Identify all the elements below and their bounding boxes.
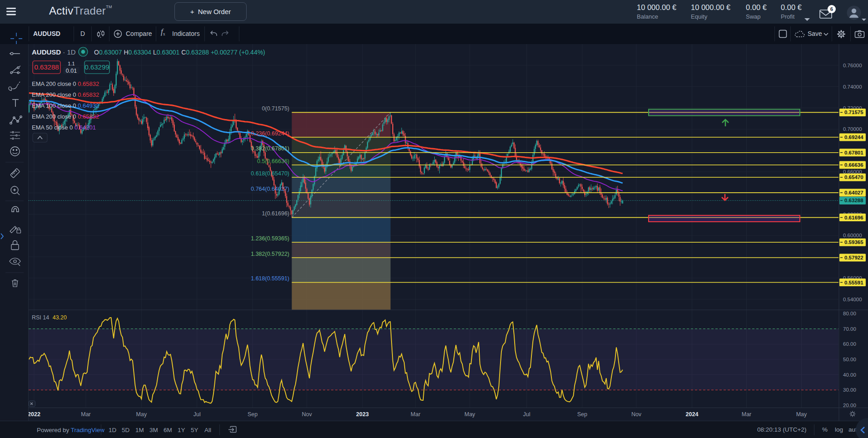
svg-text:Jul: Jul — [193, 411, 201, 418]
svg-text:1.236(0.59365): 1.236(0.59365) — [251, 235, 289, 242]
svg-text:80.00: 80.00 — [843, 311, 856, 316]
svg-text:0.70000: 0.70000 — [843, 126, 862, 132]
svg-text:0.61696: 0.61696 — [844, 215, 863, 220]
svg-text:0.236(0.69244): 0.236(0.69244) — [251, 130, 289, 137]
svg-text:1.618(0.55591): 1.618(0.55591) — [251, 275, 289, 282]
svg-text:0.59365: 0.59365 — [844, 239, 863, 245]
svg-text:0.01: 0.01 — [66, 68, 77, 74]
svg-text:0.618(0.65470): 0.618(0.65470) — [251, 170, 289, 177]
svg-text:Sep: Sep — [248, 411, 258, 418]
svg-text:EMA 200 close 0 0.65832: EMA 200 close 0 0.65832 — [32, 80, 99, 87]
svg-text:May: May — [136, 411, 147, 418]
svg-text:Mar: Mar — [411, 411, 421, 418]
svg-text:1.1: 1.1 — [68, 61, 74, 66]
svg-text:Nov: Nov — [631, 411, 642, 418]
svg-text:70.00: 70.00 — [843, 326, 856, 332]
svg-text:0.67801: 0.67801 — [844, 150, 863, 155]
svg-text:EMA 200 close 0 0.65832: EMA 200 close 0 0.65832 — [32, 113, 99, 120]
svg-text:0.66636: 0.66636 — [844, 162, 863, 168]
svg-text:0.54000: 0.54000 — [843, 297, 862, 302]
svg-text:0.63288: 0.63288 — [844, 198, 863, 203]
svg-text:0.382(0.67801): 0.382(0.67801) — [251, 145, 289, 152]
svg-text:0.60000: 0.60000 — [843, 233, 862, 238]
svg-text:0.55591: 0.55591 — [844, 280, 863, 285]
svg-text:2024: 2024 — [686, 411, 699, 418]
svg-text:May: May — [464, 411, 475, 418]
svg-text:EMA 50 close 0 0.64201: EMA 50 close 0 0.64201 — [32, 124, 96, 131]
svg-text:0.65470: 0.65470 — [844, 174, 863, 180]
svg-text:60.00: 60.00 — [843, 341, 856, 347]
svg-text:1(0.61696): 1(0.61696) — [262, 210, 289, 217]
svg-text:0.74000: 0.74000 — [843, 84, 862, 90]
svg-text:30.00: 30.00 — [843, 387, 856, 393]
svg-text:40.00: 40.00 — [843, 372, 856, 378]
svg-text:Sep: Sep — [577, 411, 587, 418]
svg-text:0.764(0.64027): 0.764(0.64027) — [251, 186, 289, 192]
svg-text:0.69244: 0.69244 — [844, 134, 863, 140]
svg-text:0(0.71575): 0(0.71575) — [262, 105, 289, 112]
svg-text:May: May — [796, 411, 807, 418]
svg-text:AUDUSD · 1D: AUDUSD · 1D — [32, 48, 76, 56]
svg-text:RSI 14 43.20: RSI 14 43.20 — [32, 314, 67, 321]
svg-text:0.5(0.66636): 0.5(0.66636) — [257, 158, 289, 164]
svg-text:50.00: 50.00 — [843, 357, 856, 362]
svg-text:0.64027: 0.64027 — [844, 190, 863, 195]
svg-text:0.63288: 0.63288 — [34, 63, 59, 71]
svg-text:2023: 2023 — [356, 411, 369, 418]
svg-text:2022: 2022 — [29, 411, 40, 418]
svg-text:Mar: Mar — [81, 411, 91, 418]
svg-text:0.76000: 0.76000 — [843, 63, 862, 68]
svg-text:Mar: Mar — [742, 411, 752, 418]
svg-text:20.00: 20.00 — [843, 403, 856, 408]
svg-text:Jul: Jul — [523, 411, 531, 418]
svg-text:EMA 200 close 0 0.65832: EMA 200 close 0 0.65832 — [32, 91, 99, 98]
svg-text:1.382(0.57922): 1.382(0.57922) — [251, 251, 289, 257]
svg-text:0.57922: 0.57922 — [844, 255, 863, 260]
svg-text:O0.63007 H0.63304 L0.63001 C0.: O0.63007 H0.63304 L0.63001 C0.63288 +0.0… — [94, 49, 265, 56]
svg-text:0.63299: 0.63299 — [84, 63, 109, 71]
svg-text:0.71575: 0.71575 — [844, 110, 863, 115]
svg-text:EMA 100 close 0 0.64932: EMA 100 close 0 0.64932 — [32, 102, 99, 109]
svg-text:Nov: Nov — [302, 411, 312, 418]
